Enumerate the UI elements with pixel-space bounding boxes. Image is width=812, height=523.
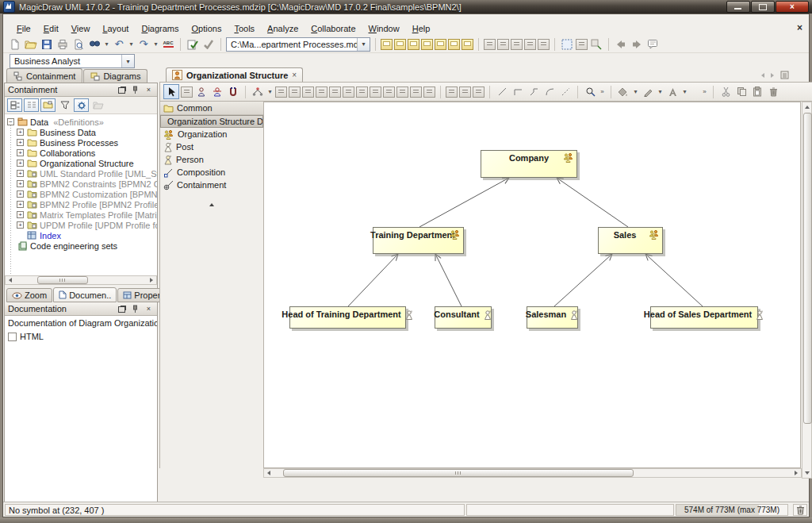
close-button[interactable]: × <box>776 1 809 13</box>
font-color-dropdown-icon[interactable]: ▾ <box>681 85 688 99</box>
perspective-combo[interactable]: Business Analyst ▾ <box>10 54 135 68</box>
related-elements-icon-4[interactable] <box>524 39 536 50</box>
menu-analyze[interactable]: Analyze <box>262 22 304 35</box>
active-project-combo[interactable]: C:\Ma...epartment Processes.mdzip ▾ <box>226 37 370 52</box>
marquee-select-icon[interactable] <box>181 87 193 98</box>
float-panel-icon[interactable] <box>117 85 127 94</box>
expand-expander-icon[interactable]: + <box>17 221 24 229</box>
menu-tools[interactable]: Tools <box>228 22 260 35</box>
create-diagram-icon-6[interactable] <box>448 39 460 50</box>
scroll-right-icon[interactable] <box>147 276 156 284</box>
shape-style-2-icon[interactable] <box>459 87 471 98</box>
align-top-icon[interactable] <box>275 87 287 98</box>
find-dropdown-icon[interactable]: ▾ <box>103 37 110 52</box>
node-company[interactable]: Company <box>481 150 577 178</box>
collapse-expander-icon[interactable]: − <box>7 118 14 125</box>
create-diagram-icon-1[interactable] <box>381 39 393 50</box>
line-curved-icon[interactable] <box>542 85 557 99</box>
align-center-icon[interactable] <box>329 87 341 98</box>
node-head-of-training-department[interactable]: Head of Training Department <box>289 306 406 329</box>
more-tools-icon[interactable]: » <box>599 85 606 99</box>
related-elements-icon-5[interactable] <box>538 39 550 50</box>
line-rectilinear-icon[interactable] <box>511 85 525 99</box>
expand-expander-icon[interactable]: + <box>17 170 24 177</box>
tree-item-matrix-templates-profile[interactable]: + Matrix Templates Profile [Matrix_Te <box>5 210 157 220</box>
node-sales[interactable]: Sales <box>598 227 663 254</box>
paste-icon[interactable] <box>750 85 764 99</box>
html-checkbox[interactable] <box>8 333 17 341</box>
align-right-icon[interactable] <box>343 87 354 98</box>
project-combo-dropdown-icon[interactable]: ▾ <box>357 38 370 51</box>
menu-collaborate[interactable]: Collaborate <box>305 22 361 35</box>
print-icon[interactable] <box>56 37 70 52</box>
expand-expander-icon[interactable]: + <box>17 190 24 198</box>
close-panel-icon[interactable]: × <box>144 85 154 94</box>
layout-tree-icon[interactable] <box>251 85 265 99</box>
open-project-icon[interactable] <box>24 37 38 52</box>
create-diagram-icon-2[interactable] <box>394 39 406 50</box>
collapse-all-icon[interactable] <box>7 98 22 112</box>
menu-layout[interactable]: Layout <box>97 22 134 35</box>
layout-dropdown-icon[interactable]: ▾ <box>266 85 274 99</box>
diagram-canvas[interactable]: Company Training Department Sales Head o… <box>263 102 801 468</box>
magnet-icon[interactable] <box>226 85 240 99</box>
palette-item-containment[interactable]: Containment <box>160 179 263 191</box>
validate-icon[interactable] <box>201 37 216 52</box>
tree-item-bpmn2-constraints[interactable]: + BPMN2 Constraints [BPMN2 Constra <box>5 179 157 189</box>
line-oblique-icon[interactable] <box>495 85 509 99</box>
menu-diagrams[interactable]: Diagrams <box>136 22 184 35</box>
palette-item-org-structure-diagram[interactable]: Organization Structure Di... <box>160 115 263 128</box>
canvas-vscrollbar[interactable] <box>802 102 812 479</box>
perspective-dropdown-icon[interactable]: ▾ <box>121 55 134 67</box>
pin-panel-icon[interactable] <box>130 85 140 94</box>
tree-item-code-engineering-sets[interactable]: Code engineering sets <box>5 240 157 251</box>
new-project-icon[interactable] <box>8 37 22 52</box>
tree-item-organizational-structure[interactable]: + Organizational Structure <box>5 158 157 168</box>
related-elements-icon-3[interactable] <box>511 39 523 50</box>
previous-tab-icon[interactable] <box>761 73 764 78</box>
menu-help[interactable]: Help <box>407 22 436 35</box>
tree-item-collaborations[interactable]: + Collaborations <box>5 148 157 158</box>
expand-expander-icon[interactable]: + <box>17 139 24 146</box>
node-head-of-sales-department[interactable]: Head of Sales Department <box>650 306 758 329</box>
create-diagram-icon-5[interactable] <box>435 39 446 50</box>
close-panel-icon[interactable]: × <box>144 304 154 313</box>
delete-icon[interactable] <box>766 85 780 99</box>
select-tool-icon[interactable] <box>163 84 179 99</box>
pin-panel-icon[interactable] <box>130 304 140 313</box>
expand-expander-icon[interactable]: + <box>17 149 24 156</box>
check-syntax-icon[interactable] <box>186 37 200 52</box>
toolbar-overflow-icon[interactable]: » <box>701 85 708 99</box>
maximize-button[interactable] <box>751 1 775 13</box>
undo-dropdown-icon[interactable]: ▾ <box>128 37 135 52</box>
tree-item-business-processes[interactable]: + Business Processes <box>5 137 157 148</box>
stamp-mode-icon[interactable] <box>194 85 209 99</box>
redo-dropdown-icon[interactable]: ▾ <box>152 37 159 52</box>
memory-indicator[interactable]: 574M of 773M (max 773M) <box>676 504 788 516</box>
find-icon[interactable] <box>87 37 102 52</box>
tree-item-bpmn2-profile[interactable]: + BPMN2 Profile [BPMN2 Profile.mdzip <box>5 199 157 210</box>
tab-organizational-structure[interactable]: Organizational Structure × <box>166 67 303 82</box>
scroll-down-icon[interactable] <box>802 469 812 477</box>
distribute-vertical-icon[interactable] <box>370 87 381 98</box>
menu-file[interactable]: File <box>11 22 36 35</box>
menu-options[interactable]: Options <box>186 22 228 35</box>
scroll-right-icon[interactable] <box>791 469 801 477</box>
create-diagram-icon-3[interactable] <box>408 39 419 50</box>
outdent-icon[interactable] <box>423 87 435 98</box>
tree-item-uml-standard-profile[interactable]: + UML Standard Profile [UML_Standar <box>5 168 157 179</box>
node-training-department[interactable]: Training Department <box>373 227 464 254</box>
close-document-icon[interactable]: × <box>797 22 802 33</box>
tree-item-business-data[interactable]: + Business Data <box>5 127 157 137</box>
menu-view[interactable]: View <box>66 22 96 35</box>
expand-expander-icon[interactable]: + <box>17 180 24 187</box>
print-preview-icon[interactable] <box>71 37 86 52</box>
garbage-collect-button[interactable] <box>793 504 807 516</box>
open-element-icon[interactable] <box>90 98 105 112</box>
group-by-icon[interactable] <box>40 98 56 112</box>
shape-style-1-icon[interactable] <box>446 87 458 98</box>
scroll-left-icon[interactable] <box>264 469 274 477</box>
indent-icon[interactable] <box>410 87 422 98</box>
line-color-icon[interactable] <box>641 85 655 99</box>
tab-diagrams[interactable]: Diagrams <box>83 69 147 83</box>
